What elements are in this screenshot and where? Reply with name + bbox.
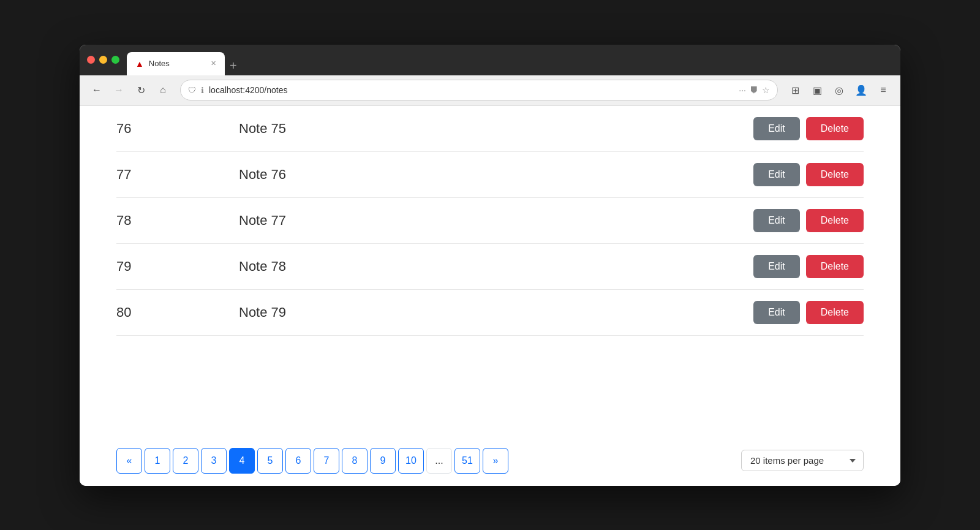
table-row: 76 Note 75 Edit Delete (116, 106, 864, 152)
page-4-button[interactable]: 4 (229, 448, 255, 474)
edit-button[interactable]: Edit (753, 255, 800, 278)
table-row: 80 Note 79 Edit Delete (116, 290, 864, 336)
maximize-button[interactable] (111, 56, 119, 64)
address-bar[interactable]: 🛡 ℹ localhost:4200/notes ··· ⛊ ☆ (180, 80, 778, 100)
content: 76 Note 75 Edit Delete 77 Note 76 Edit D… (80, 106, 900, 486)
traffic-lights (87, 56, 119, 64)
table-row: 78 Note 77 Edit Delete (116, 198, 864, 244)
page-9-button[interactable]: 9 (370, 448, 396, 474)
active-tab[interactable]: ▲ Notes ✕ (127, 52, 225, 75)
delete-button[interactable]: Delete (806, 163, 864, 186)
page-10-button[interactable]: 10 (398, 448, 424, 474)
pocket-icon[interactable]: ⛊ (750, 85, 758, 95)
note-actions: Edit Delete (753, 163, 864, 186)
edit-button[interactable]: Edit (753, 163, 800, 186)
note-id: 77 (116, 167, 239, 183)
delete-button[interactable]: Delete (806, 209, 864, 232)
table-row: 77 Note 76 Edit Delete (116, 152, 864, 198)
note-id: 76 (116, 121, 239, 137)
new-tab-button[interactable]: + (225, 59, 242, 73)
note-id: 78 (116, 213, 239, 229)
delete-button[interactable]: Delete (806, 117, 864, 140)
ellipsis: ... (426, 448, 452, 474)
delete-button[interactable]: Delete (806, 301, 864, 324)
items-per-page-select[interactable]: 10 items per page 20 items per page 50 i… (741, 450, 864, 471)
url-text: localhost:4200/notes (209, 85, 734, 95)
minimize-button[interactable] (99, 56, 107, 64)
star-icon[interactable]: ☆ (762, 85, 770, 95)
shield-icon: 🛡 (188, 86, 196, 95)
sidebar-button[interactable]: ▣ (807, 80, 827, 100)
account-button[interactable]: 👤 (851, 80, 871, 100)
edit-button[interactable]: Edit (753, 117, 800, 140)
page-2-button[interactable]: 2 (173, 448, 198, 474)
note-actions: Edit Delete (753, 255, 864, 278)
nav-bar: ← → ↻ ⌂ 🛡 ℹ localhost:4200/notes ··· ⛊ ☆… (80, 75, 900, 106)
next-page-button[interactable]: » (483, 448, 508, 474)
menu-button[interactable]: ≡ (873, 80, 893, 100)
note-title: Note 77 (239, 213, 753, 229)
edit-button[interactable]: Edit (753, 209, 800, 232)
note-id: 79 (116, 259, 239, 274)
pagination-bar: « 1 2 3 4 5 6 7 8 9 10 ... 51 » 10 items… (80, 438, 900, 486)
angular-icon: ▲ (135, 59, 144, 69)
prev-page-button[interactable]: « (116, 448, 142, 474)
note-title: Note 78 (239, 259, 753, 274)
note-actions: Edit Delete (753, 301, 864, 324)
notes-table: 76 Note 75 Edit Delete 77 Note 76 Edit D… (80, 106, 900, 438)
browser-window: ▲ Notes ✕ + ← → ↻ ⌂ 🛡 ℹ localhost:4200/n… (80, 45, 900, 486)
table-row: 79 Note 78 Edit Delete (116, 244, 864, 290)
pagination: « 1 2 3 4 5 6 7 8 9 10 ... 51 » (116, 448, 508, 474)
close-button[interactable] (87, 56, 95, 64)
page-7-button[interactable]: 7 (314, 448, 339, 474)
page-1-button[interactable]: 1 (145, 448, 170, 474)
page-8-button[interactable]: 8 (342, 448, 368, 474)
page-51-button[interactable]: 51 (454, 448, 480, 474)
tab-bar: ▲ Notes ✕ + (127, 45, 893, 75)
info-icon: ℹ (201, 86, 204, 95)
forward-button[interactable]: → (109, 80, 129, 100)
note-title: Note 75 (239, 121, 753, 137)
page-6-button[interactable]: 6 (285, 448, 311, 474)
nav-right: ⊞ ▣ ◎ 👤 ≡ (785, 80, 893, 100)
tab-close-button[interactable]: ✕ (211, 59, 216, 67)
note-actions: Edit Delete (753, 117, 864, 140)
back-button[interactable]: ← (87, 80, 107, 100)
note-title: Note 76 (239, 167, 753, 183)
container-button[interactable]: ◎ (829, 80, 849, 100)
page-3-button[interactable]: 3 (201, 448, 227, 474)
library-button[interactable]: ⊞ (785, 80, 805, 100)
address-bar-actions: ··· ⛊ ☆ (739, 85, 770, 95)
note-id: 80 (116, 305, 239, 320)
delete-button[interactable]: Delete (806, 255, 864, 278)
tab-title: Notes (149, 59, 170, 68)
home-button[interactable]: ⌂ (153, 80, 173, 100)
note-actions: Edit Delete (753, 209, 864, 232)
page-5-button[interactable]: 5 (257, 448, 283, 474)
note-title: Note 79 (239, 305, 753, 320)
reload-button[interactable]: ↻ (131, 80, 151, 100)
items-per-page: 10 items per page 20 items per page 50 i… (741, 450, 864, 471)
more-icon[interactable]: ··· (739, 85, 746, 95)
edit-button[interactable]: Edit (753, 301, 800, 324)
title-bar: ▲ Notes ✕ + (80, 45, 900, 75)
